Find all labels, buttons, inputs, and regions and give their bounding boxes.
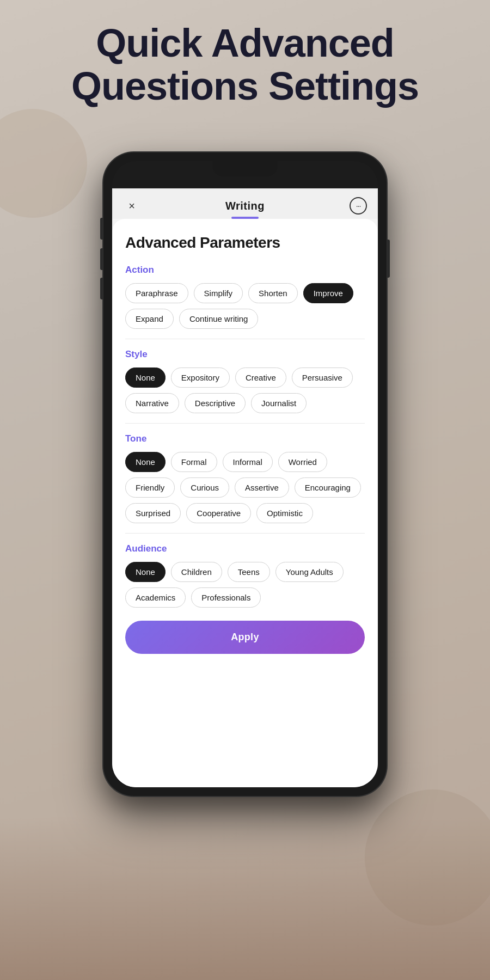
chip-professionals[interactable]: Professionals xyxy=(191,587,261,608)
chip-improve[interactable]: Improve xyxy=(303,283,353,303)
chip-expository[interactable]: Expository xyxy=(171,367,230,388)
chip-narrative[interactable]: Narrative xyxy=(125,393,179,413)
header-indicator xyxy=(231,217,259,219)
page-title: Quick Advanced Questions Settings xyxy=(33,22,457,108)
tone-section: Tone None Formal Informal Worried Friend… xyxy=(125,433,365,523)
chip-journalist[interactable]: Journalist xyxy=(251,393,307,413)
chip-cooperative[interactable]: Cooperative xyxy=(186,503,251,523)
chip-tone-none[interactable]: None xyxy=(125,452,166,472)
phone-notch-bar xyxy=(112,161,378,188)
chip-audience-none[interactable]: None xyxy=(125,562,166,582)
tone-label: Tone xyxy=(125,433,365,444)
action-section: Action Paraphrase Simplify Shorten Impro… xyxy=(125,265,365,329)
action-chips: Paraphrase Simplify Shorten Improve Expa… xyxy=(125,283,365,329)
chip-children[interactable]: Children xyxy=(171,562,222,582)
chip-friendly[interactable]: Friendly xyxy=(125,477,175,498)
chip-persuasive[interactable]: Persuasive xyxy=(292,367,353,388)
audience-section: Audience None Children Teens Young Adult… xyxy=(125,543,365,608)
chip-paraphrase[interactable]: Paraphrase xyxy=(125,283,188,303)
chip-informal[interactable]: Informal xyxy=(223,452,273,472)
divider-1 xyxy=(125,339,365,339)
page-title-area: Quick Advanced Questions Settings xyxy=(0,22,490,108)
more-button[interactable]: ··· xyxy=(350,197,367,215)
app-title: Writing xyxy=(225,200,265,212)
phone-mockup: × Writing ··· Advanced Parameters Action… xyxy=(103,152,387,796)
app-content: × Writing ··· Advanced Parameters Action… xyxy=(112,188,378,787)
tone-chips: None Formal Informal Worried Friendly Cu… xyxy=(125,452,365,523)
chip-worried[interactable]: Worried xyxy=(278,452,327,472)
action-label: Action xyxy=(125,265,365,275)
chip-teens[interactable]: Teens xyxy=(228,562,270,582)
phone-notch xyxy=(212,161,278,176)
chip-descriptive[interactable]: Descriptive xyxy=(185,393,246,413)
chip-formal[interactable]: Formal xyxy=(171,452,217,472)
sheet-content: Advanced Parameters Action Paraphrase Si… xyxy=(112,219,378,787)
bg-hand-gradient xyxy=(0,817,490,980)
chip-assertive[interactable]: Assertive xyxy=(235,477,289,498)
chip-creative[interactable]: Creative xyxy=(235,367,286,388)
style-chips: None Expository Creative Persuasive Narr… xyxy=(125,367,365,413)
phone-outer: × Writing ··· Advanced Parameters Action… xyxy=(103,152,387,796)
style-section: Style None Expository Creative Persuasiv… xyxy=(125,349,365,413)
chip-expand[interactable]: Expand xyxy=(125,309,174,329)
chip-surprised[interactable]: Surprised xyxy=(125,503,181,523)
audience-label: Audience xyxy=(125,543,365,554)
chip-style-none[interactable]: None xyxy=(125,367,166,388)
sheet-title: Advanced Parameters xyxy=(125,234,365,252)
style-label: Style xyxy=(125,349,365,360)
app-header: × Writing ··· xyxy=(112,188,378,219)
phone-screen: × Writing ··· Advanced Parameters Action… xyxy=(112,161,378,787)
chip-encouraging[interactable]: Encouraging xyxy=(295,477,361,498)
chip-continue-writing[interactable]: Continue writing xyxy=(179,309,259,329)
chip-simplify[interactable]: Simplify xyxy=(194,283,243,303)
divider-3 xyxy=(125,533,365,534)
chip-optimistic[interactable]: Optimistic xyxy=(256,503,313,523)
close-button[interactable]: × xyxy=(123,197,140,215)
chip-young-adults[interactable]: Young Adults xyxy=(275,562,344,582)
chip-academics[interactable]: Academics xyxy=(125,587,186,608)
divider-2 xyxy=(125,423,365,424)
chip-curious[interactable]: Curious xyxy=(180,477,229,498)
apply-button[interactable]: Apply xyxy=(125,621,365,654)
chip-shorten[interactable]: Shorten xyxy=(248,283,298,303)
audience-chips: None Children Teens Young Adults Academi… xyxy=(125,562,365,608)
